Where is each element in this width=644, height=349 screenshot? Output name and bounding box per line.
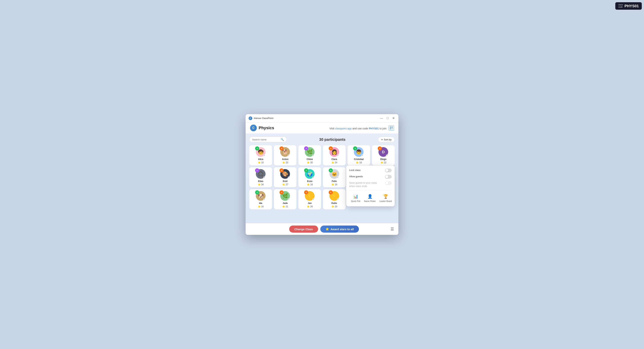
- level-badge: 3: [255, 190, 259, 194]
- star-icon: ⭐: [380, 161, 383, 164]
- name-picker-label: Name Picker: [364, 200, 376, 202]
- participant-card[interactable]: 5🌿Chloe⭐30: [298, 145, 321, 165]
- search-input[interactable]: [252, 138, 279, 141]
- participant-card[interactable]: 3🧒Alice⭐10: [249, 145, 272, 165]
- class-code-badge: classcode PHYS01: [615, 2, 642, 10]
- participant-name: Diego: [374, 158, 393, 161]
- search-icon: 🔍: [281, 138, 284, 141]
- award-label: Award stars to all: [330, 228, 354, 231]
- level-badge: 4: [329, 146, 333, 150]
- star-icon: ⭐: [307, 205, 310, 208]
- level-badge: 3: [255, 146, 259, 150]
- sort-by-button[interactable]: ≡ Sort by: [378, 137, 395, 142]
- popup-tool-name-picker[interactable]: 👤 Name Picker: [362, 193, 378, 203]
- online-indicator: [263, 177, 265, 178]
- change-class-button[interactable]: Change Class: [289, 226, 318, 233]
- save-guests-row: Save guests to your class when class end…: [349, 181, 392, 188]
- online-indicator: [337, 177, 339, 178]
- class-code-value: PHYS01: [624, 4, 639, 8]
- star-icon: ⭐: [282, 183, 285, 186]
- avatar-wrap: 4⚡: [305, 191, 314, 201]
- participant-card[interactable]: 3🐶Ida⭐16: [249, 189, 272, 209]
- avatar-wrap: 4🐕: [280, 147, 290, 157]
- app-logo-small: C: [248, 116, 252, 120]
- star-icon: ⭐: [282, 205, 285, 208]
- sort-icon: ≡: [381, 138, 383, 141]
- participant-name: Emil: [276, 180, 295, 183]
- level-badge: 4: [304, 190, 308, 194]
- and-text: and use code: [352, 127, 368, 130]
- participant-name: Chloe: [300, 158, 320, 161]
- participant-card[interactable]: 4🌿Jade⭐21: [274, 189, 297, 209]
- bottom-center: Change Class ⭐ Award stars to all: [258, 226, 390, 233]
- avatar-wrap: 4D: [378, 147, 388, 157]
- participant-card[interactable]: 4⚡Kaito⭐20: [323, 189, 346, 209]
- participant-stars: ⭐20: [324, 205, 344, 208]
- award-stars-button[interactable]: ⭐ Award stars to all: [320, 226, 359, 233]
- close-button[interactable]: ✕: [392, 116, 396, 120]
- star-icon: ⭐: [331, 161, 334, 164]
- participant-stars: ⭐30: [300, 161, 320, 164]
- star-icon: ⭐: [282, 161, 285, 164]
- allow-guests-label: Allow guests: [349, 175, 383, 178]
- participant-card[interactable]: 4⚡Jan⭐26: [298, 189, 321, 209]
- classpoint-url[interactable]: classpoint.app: [335, 127, 352, 130]
- participant-card[interactable]: 3🌍Enzo⭐16: [298, 167, 321, 187]
- save-guests-toggle[interactable]: [385, 181, 392, 185]
- menu-button[interactable]: ☰: [390, 227, 394, 231]
- participant-card[interactable]: 5🎧Elias⭐34: [249, 167, 272, 187]
- star-icon: ⭐: [331, 205, 334, 208]
- online-indicator: [263, 155, 265, 156]
- allow-guests-toggle[interactable]: [385, 175, 392, 179]
- header-logo: C: [250, 125, 257, 131]
- avatar-wrap: 5🌿: [305, 147, 314, 157]
- participant-name: Jan: [300, 202, 320, 205]
- star-count: 24: [335, 161, 337, 164]
- avatar-wrap: 4⚡: [330, 191, 339, 201]
- participant-name: Ida: [251, 202, 270, 205]
- lock-class-toggle[interactable]: [385, 169, 392, 172]
- visit-text: Visit: [330, 127, 334, 130]
- avatar-wrap: 5🎧: [256, 169, 266, 179]
- header: C Physics Visit classpoint.app and use c…: [246, 122, 398, 134]
- maximize-button[interactable]: □: [386, 116, 389, 120]
- level-badge: 5: [255, 168, 259, 172]
- avatar-wrap: 3🐱: [330, 169, 339, 179]
- header-join-info: Visit classpoint.app and use code PHYS01…: [330, 125, 394, 131]
- level-badge: 4: [329, 190, 333, 194]
- star-icon: ⭐: [307, 161, 310, 164]
- star-icon: ⭐: [258, 161, 261, 164]
- popup-tool-quick-poll[interactable]: 📊 Quick Poll: [349, 193, 362, 203]
- online-indicator: [288, 199, 290, 200]
- minimize-button[interactable]: —: [379, 116, 384, 120]
- participant-name: Anton: [276, 158, 295, 161]
- class-name: Physics: [259, 125, 274, 130]
- participant-card[interactable]: 4👩Clara⭐24: [323, 145, 346, 165]
- participant-card[interactable]: 3🐱Felix⭐16: [323, 167, 346, 187]
- leader-board-label: Leader Board: [380, 200, 392, 202]
- lock-class-label: Lock class: [349, 169, 383, 172]
- participant-card[interactable]: 4DDiego⭐22: [372, 145, 395, 165]
- participant-card[interactable]: 3👦Cristobal⭐16: [348, 145, 370, 165]
- popup-tool-leader-board[interactable]: 🏆 Leader Board: [378, 193, 394, 203]
- online-indicator: [263, 199, 265, 200]
- star-count: 10: [261, 161, 264, 164]
- avatar-wrap: 4🎨: [280, 169, 290, 179]
- sort-label: Sort by: [384, 138, 392, 141]
- popup-tools: 📊 Quick Poll 👤 Name Picker 🏆 Leader Boar…: [349, 193, 392, 203]
- star-icon: ⭐: [307, 183, 310, 186]
- bottom-bar: Change Class ⭐ Award stars to all ☰: [246, 223, 398, 235]
- window-controls: — □ ✕: [379, 116, 396, 120]
- allow-guests-row: Allow guests: [349, 175, 392, 179]
- star-count: 20: [335, 205, 337, 208]
- participant-card[interactable]: 4🐕Anton⭐20: [274, 145, 297, 165]
- search-box[interactable]: 🔍: [249, 137, 286, 142]
- participant-stars: ⭐16: [251, 205, 270, 208]
- qr-code-button[interactable]: [389, 125, 394, 131]
- star-icon: ⭐: [356, 161, 359, 164]
- participant-name: Alice: [251, 158, 270, 161]
- svg-rect-9: [392, 129, 392, 129]
- participant-card[interactable]: 4🎨Emil⭐27: [274, 167, 297, 187]
- leader-board-icon: 🏆: [383, 194, 388, 199]
- participant-name: Felix: [324, 180, 344, 183]
